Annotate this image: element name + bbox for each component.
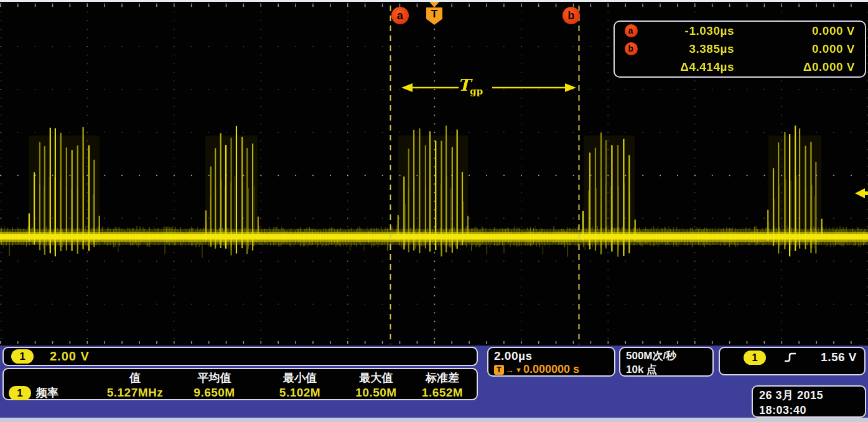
cursor-readout-panel: a -1.030µs 0.000 V b 3.385µs 0.000 V Δ4.… [614, 21, 866, 78]
measurement-box[interactable]: 值 平均值 最小值 最大值 标准差 1 频率 5.127MHz 9.650M 5… [2, 368, 478, 400]
measurement-channel-badge: 1 [9, 386, 31, 400]
trigger-position-marker[interactable]: T [426, 2, 443, 25]
measurement-max: 10.50M [340, 385, 412, 400]
measurement-header-stddev: 标准差 [412, 370, 473, 385]
measurement-header-max: 最大值 [340, 370, 412, 385]
cursor-b-voltage: 0.000 V [734, 42, 865, 56]
cursor-delta-voltage: Δ0.000 V [734, 60, 865, 74]
gate-period-subscript: gp [470, 86, 483, 97]
arrow-right-icon: → [505, 365, 514, 375]
gate-period-symbol: T [458, 76, 470, 94]
cursor-delta-time: Δ4.414µs [647, 60, 734, 74]
sample-rate: 500M次/秒 [626, 349, 707, 363]
trigger-channel-badge: 1 [744, 351, 766, 365]
channel-scale-box[interactable]: 1 2.00 V [2, 347, 478, 366]
measurement-header-blank [7, 370, 101, 385]
date-value: 26 3月 2015 [759, 388, 859, 403]
cursor-a-time: -1.030µs [647, 24, 734, 38]
trigger-level-value: 1.56 V [821, 351, 857, 364]
measurement-header-value: 值 [101, 370, 169, 385]
cursor-a-voltage: 0.000 V [734, 24, 865, 38]
trigger-delay-value: 0.000000 s [523, 363, 579, 376]
measurement-stddev: 1.652M [412, 385, 473, 400]
oscilloscope-screen: a T b a -1.030µs 0.000 V b 3.385µs 0.000… [0, 0, 868, 422]
measurement-header-min: 最小值 [259, 370, 340, 385]
screen-bottom-edge [0, 418, 868, 422]
trigger-box[interactable]: 1 1.56 V [719, 347, 866, 375]
measurement-min: 5.102M [259, 385, 340, 400]
trigger-triangle-icon [429, 2, 439, 7]
triangle-down-icon: ▼ [515, 366, 522, 374]
measurement-name: 频率 [36, 385, 58, 400]
cursor-delta-readout-row: Δ4.414µs Δ0.000 V [615, 60, 865, 74]
record-length: 10k 点 [626, 363, 707, 377]
measurement-header-mean: 平均值 [169, 370, 259, 385]
trigger-square-icon: T [494, 365, 504, 375]
trigger-delay-readout: T → ▼ 0.000000 s [494, 363, 609, 376]
horizontal-box[interactable]: 2.00µs T → ▼ 0.000000 s [487, 347, 615, 377]
channel-scale-value: 2.00 V [50, 349, 90, 364]
measurement-table: 值 平均值 最小值 最大值 标准差 1 频率 5.127MHz 9.650M 5… [7, 370, 473, 398]
acquisition-box[interactable]: 500M次/秒 10k 点 [619, 347, 714, 377]
measurement-mean: 9.650M [169, 385, 259, 400]
trigger-t-icon: T [426, 7, 442, 25]
horizontal-scale: 2.00µs [494, 349, 609, 363]
measurement-value: 5.127MHz [101, 385, 169, 400]
time-value: 18:03:40 [759, 403, 859, 418]
channel-1-badge[interactable]: 1 [11, 349, 34, 364]
cursor-delta-icon [625, 61, 638, 74]
datetime-box[interactable]: 26 3月 2015 18:03:40 [752, 385, 866, 418]
gate-period-annotation: Tgp [458, 76, 483, 97]
cursor-b-marker[interactable]: b [562, 7, 580, 24]
cursor-b-time: 3.385µs [647, 42, 734, 56]
rising-edge-icon [783, 352, 797, 363]
cursor-a-readout-row: a -1.030µs 0.000 V [615, 24, 865, 38]
cursor-a-icon: a [625, 24, 638, 37]
measurement-row-label: 1 频率 [7, 385, 101, 400]
cursor-b-icon: b [625, 42, 638, 55]
status-bar: 1 2.00 V 值 平均值 最小值 最大值 标准差 1 频率 5.127MHz… [0, 346, 868, 418]
cursor-b-readout-row: b 3.385µs 0.000 V [615, 42, 865, 56]
cursor-a-marker[interactable]: a [391, 7, 409, 24]
